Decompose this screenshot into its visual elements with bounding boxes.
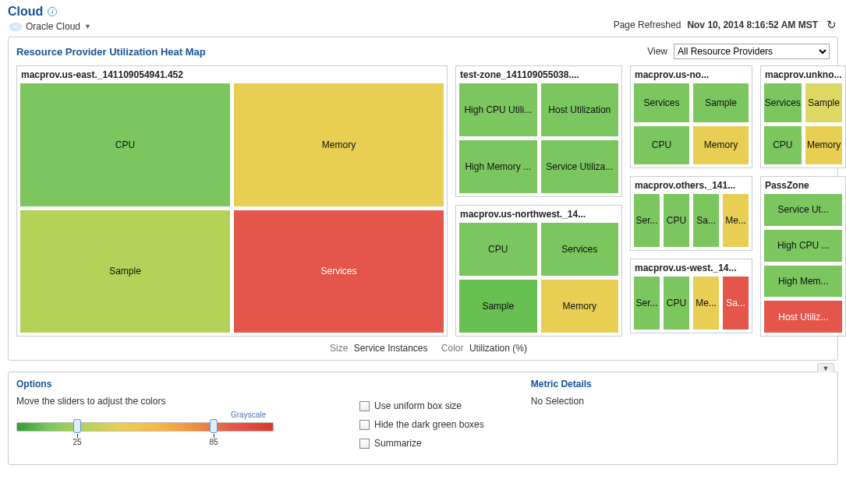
tile[interactable]: Host Utilization: [540, 83, 620, 137]
chk-hide-green[interactable]: Hide the dark green boxes: [359, 419, 484, 430]
heatmap-title: Resource Provider Utilization Heat Map: [16, 46, 206, 58]
panel-collapse-icon[interactable]: ▼: [817, 363, 834, 372]
provider-others[interactable]: macprov.others._141... Ser... CPU Sa... …: [630, 176, 752, 251]
legend-color-label: Color: [441, 343, 464, 354]
tile[interactable]: Sa...: [692, 193, 720, 248]
legend-size-label: Size: [330, 343, 348, 354]
tile[interactable]: Memory: [805, 125, 844, 166]
checkbox-icon: [359, 439, 370, 449]
options-panel: ▼ Options Move the sliders to adjust the…: [8, 372, 838, 465]
chk-summarize[interactable]: Summarize: [359, 438, 484, 449]
tile[interactable]: CPU: [763, 125, 802, 166]
checkbox-icon: [359, 420, 370, 430]
tile[interactable]: Services: [633, 83, 690, 123]
chk-uniform[interactable]: Use uniform box size: [359, 400, 484, 411]
legend-color-value: Utilization (%): [469, 343, 527, 354]
view-select[interactable]: All Resource Providers: [674, 44, 830, 59]
tile[interactable]: CPU: [458, 222, 538, 277]
slider-hint: Move the sliders to adjust the colors: [16, 396, 313, 407]
tile[interactable]: Sa...: [722, 276, 749, 330]
treemap: macprov.us-east._141109054941.452 CPU Me…: [16, 65, 830, 337]
metric-details-none: No Selection: [531, 396, 592, 407]
tile[interactable]: Service Ut...: [763, 193, 843, 227]
page-header: Cloud i Oracle Cloud ▼ Page Refreshed No…: [8, 5, 838, 32]
cloud-icon: [9, 23, 22, 31]
provider-title: macprov.us-east._141109054941.452: [19, 69, 444, 83]
heatmap-panel: Resource Provider Utilization Heat Map V…: [8, 37, 838, 361]
metric-details-title: Metric Details: [531, 379, 592, 389]
gradient-bar: [16, 422, 274, 432]
legend-size-value: Service Instances: [354, 343, 428, 354]
tile-cpu[interactable]: CPU: [19, 83, 231, 207]
provider-test-zone[interactable]: test-zone_141109055038.... High CPU Util…: [455, 65, 622, 197]
page-title-text: Cloud: [8, 5, 43, 19]
tile[interactable]: Ser...: [633, 276, 660, 330]
tile[interactable]: High CPU Utili...: [458, 83, 538, 137]
provider-title: macprov.others._141...: [633, 179, 749, 193]
tile[interactable]: High CPU ...: [763, 229, 843, 263]
info-icon[interactable]: i: [48, 7, 57, 16]
provider-unknown[interactable]: macprov.unkno... Services Sample CPU Mem…: [760, 65, 846, 168]
tile[interactable]: Me...: [692, 276, 720, 330]
provider-title: macprov.unkno...: [763, 69, 843, 83]
grayscale-label: Grayscale: [231, 411, 266, 419]
refresh-time: Nov 10, 2014 8:16:52 AM MST: [687, 19, 818, 30]
options-title: Options: [16, 379, 313, 389]
provider-us-east[interactable]: macprov.us-east._141109054941.452 CPU Me…: [16, 65, 448, 337]
slider-tick-low: 25: [73, 438, 81, 446]
tile[interactable]: Sample: [458, 279, 538, 333]
tile[interactable]: Ser...: [633, 193, 660, 248]
tile[interactable]: Me...: [722, 193, 749, 248]
provider-passzone[interactable]: PassZone Service Ut... High CPU ... High…: [760, 176, 846, 337]
treemap-legend: Size Service Instances Color Utilization…: [16, 343, 830, 354]
tile[interactable]: Memory: [540, 279, 620, 333]
tile[interactable]: High Memory ...: [458, 139, 538, 194]
tile[interactable]: Sample: [692, 83, 749, 123]
refresh-icon[interactable]: ↻: [824, 18, 838, 32]
slider-tick-high: 85: [209, 438, 218, 446]
tile[interactable]: Service Utiliza...: [540, 139, 620, 194]
provider-title: macprov.us-northwest._14...: [458, 208, 619, 222]
provider-title: test-zone_141109055038....: [458, 69, 619, 83]
provider-title: PassZone: [763, 179, 843, 193]
tile[interactable]: Services: [540, 222, 620, 277]
tile[interactable]: Host Utiliz...: [763, 300, 843, 333]
tile[interactable]: CPU: [633, 125, 690, 166]
provider-title: macprov.us-west._14...: [633, 262, 749, 276]
tile[interactable]: Sample: [805, 83, 844, 123]
tile[interactable]: Services: [763, 83, 802, 123]
tile-services[interactable]: Services: [233, 210, 444, 334]
view-label: View: [647, 46, 667, 57]
provider-title: macprov.us-no...: [633, 69, 749, 83]
refresh-status: Page Refreshed Nov 10, 2014 8:16:52 AM M…: [614, 18, 838, 32]
provider-us-northwest[interactable]: macprov.us-northwest._14... CPU Services…: [455, 205, 622, 337]
tile[interactable]: High Mem...: [763, 265, 843, 298]
slider-handle-low[interactable]: [73, 419, 81, 433]
tile[interactable]: CPU: [663, 193, 690, 248]
provider-us-no[interactable]: macprov.us-no... Services Sample CPU Mem…: [630, 65, 752, 168]
chevron-down-icon: ▼: [84, 23, 91, 30]
view-filter: View All Resource Providers: [647, 44, 830, 59]
tile[interactable]: Memory: [692, 125, 749, 166]
page-title: Cloud i: [8, 5, 91, 19]
checkbox-icon: [359, 401, 370, 411]
tile-memory[interactable]: Memory: [233, 83, 444, 207]
refresh-prefix: Page Refreshed: [614, 19, 681, 30]
slider-handle-high[interactable]: [210, 419, 218, 433]
target-menu[interactable]: Oracle Cloud ▼: [8, 21, 91, 32]
provider-us-west[interactable]: macprov.us-west._14... Ser... CPU Me... …: [630, 259, 752, 333]
target-menu-label: Oracle Cloud: [26, 21, 80, 32]
tile[interactable]: CPU: [663, 276, 690, 330]
color-slider[interactable]: Grayscale 25 85: [16, 411, 274, 432]
tile-sample[interactable]: Sample: [19, 210, 231, 334]
